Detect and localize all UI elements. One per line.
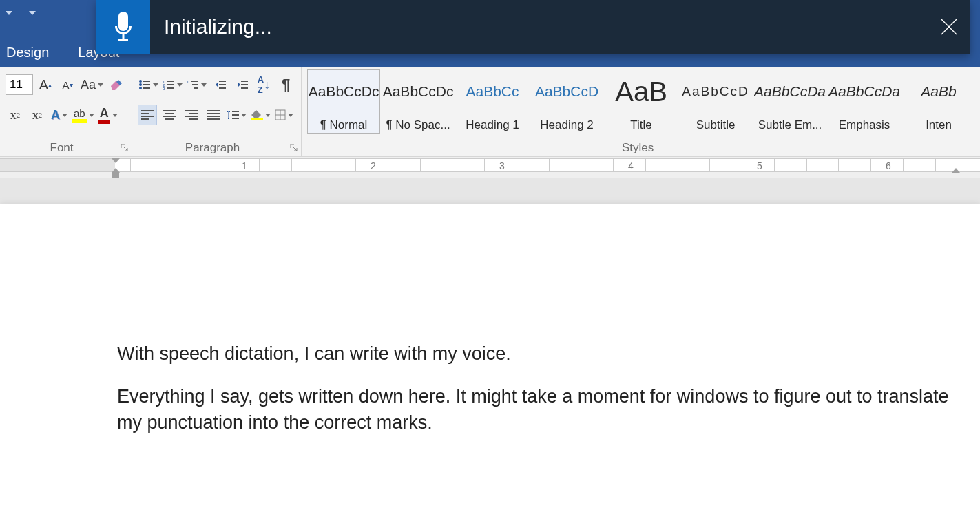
quick-access-toolbar bbox=[0, 11, 36, 15]
style-preview: AaBbCcD bbox=[682, 74, 749, 109]
style-preview: AaBbCc bbox=[466, 74, 519, 109]
svg-rect-31 bbox=[165, 118, 174, 120]
shrink-font-button[interactable]: A▾ bbox=[58, 74, 77, 95]
borders-icon bbox=[275, 109, 286, 120]
svg-rect-43 bbox=[251, 118, 263, 120]
style-name-label: Heading 1 bbox=[459, 118, 525, 132]
style-name-label: Inten bbox=[906, 118, 972, 132]
svg-rect-15 bbox=[191, 81, 198, 82]
bullets-button[interactable] bbox=[138, 74, 159, 95]
qat-dropdown-2[interactable] bbox=[29, 11, 36, 15]
document-canvas: With speech dictation, I can write with … bbox=[0, 178, 980, 525]
ruler-label-6: 6 bbox=[886, 160, 891, 171]
text-effects-button[interactable]: A bbox=[50, 105, 69, 125]
svg-rect-3 bbox=[143, 81, 150, 82]
change-case-label: Aa bbox=[81, 78, 96, 92]
style-item-title[interactable]: AaBTitle bbox=[605, 69, 678, 134]
style-preview: AaBbCcDc bbox=[383, 74, 454, 109]
align-center-button[interactable] bbox=[160, 105, 179, 125]
svg-rect-34 bbox=[185, 116, 198, 117]
sort-button[interactable]: AZ↓ bbox=[254, 74, 273, 95]
align-left-button[interactable] bbox=[138, 105, 157, 125]
style-preview: AaBb bbox=[921, 74, 956, 109]
svg-rect-33 bbox=[189, 113, 198, 114]
qat-dropdown-1[interactable] bbox=[6, 11, 12, 15]
align-right-button[interactable] bbox=[182, 105, 201, 125]
style-item-inten[interactable]: AaBbInten bbox=[902, 69, 975, 134]
style-preview: AaBbCcDa bbox=[754, 74, 826, 109]
styles-gallery[interactable]: AaBbCcDc¶ NormalAaBbCcDc¶ No Spac...AaBb… bbox=[307, 69, 977, 134]
grow-font-button[interactable]: A▴ bbox=[36, 74, 55, 95]
svg-rect-38 bbox=[207, 116, 220, 117]
svg-rect-26 bbox=[141, 116, 154, 117]
change-case-button[interactable]: Aa bbox=[80, 74, 104, 95]
paragraph-2[interactable]: Everything I say, gets written down here… bbox=[117, 384, 950, 436]
svg-rect-24 bbox=[141, 110, 154, 111]
ribbon: 11 A▴ A▾ Aa x2 x2 A ab A Font 123 1 bbox=[0, 67, 980, 157]
highlight-button[interactable]: ab bbox=[72, 105, 95, 125]
svg-point-6 bbox=[139, 87, 142, 89]
right-indent-marker[interactable] bbox=[952, 168, 960, 173]
numbering-button[interactable]: 123 bbox=[162, 74, 183, 95]
style-item-subtle-em-[interactable]: AaBbCcDaSubtle Em... bbox=[753, 69, 826, 134]
paragraph-dialog-launcher[interactable] bbox=[290, 144, 298, 152]
justify-button[interactable] bbox=[204, 105, 223, 125]
style-name-label: ¶ No Spac... bbox=[385, 118, 451, 132]
style-item--no-spac-[interactable]: AaBbCcDc¶ No Spac... bbox=[382, 69, 455, 134]
style-item-subtitle[interactable]: AaBbCcDSubtitle bbox=[679, 69, 752, 134]
svg-rect-39 bbox=[207, 118, 220, 120]
multilevel-list-button[interactable]: 1 bbox=[186, 74, 207, 95]
font-size-input[interactable]: 11 bbox=[6, 74, 33, 95]
svg-rect-20 bbox=[219, 87, 226, 89]
svg-rect-13 bbox=[167, 87, 174, 89]
ruler-label-5: 5 bbox=[757, 160, 762, 171]
svg-rect-27 bbox=[141, 118, 149, 120]
style-preview: AaBbCcDc bbox=[309, 74, 379, 109]
borders-button[interactable] bbox=[274, 105, 294, 125]
outdent-icon bbox=[213, 79, 227, 90]
svg-rect-11 bbox=[167, 84, 174, 85]
dictation-mic-button[interactable] bbox=[96, 0, 150, 54]
superscript-button[interactable]: x2 bbox=[28, 105, 47, 125]
svg-rect-25 bbox=[141, 113, 149, 114]
eraser-icon bbox=[109, 78, 124, 92]
bullets-icon bbox=[138, 79, 151, 90]
line-spacing-button[interactable] bbox=[226, 105, 247, 125]
left-indent-marker[interactable] bbox=[112, 173, 119, 178]
align-center-icon bbox=[163, 110, 176, 120]
decrease-indent-button[interactable] bbox=[210, 74, 229, 95]
style-name-label: Subtitle bbox=[682, 118, 749, 132]
style-item-heading-2[interactable]: AaBbCcDHeading 2 bbox=[530, 69, 603, 134]
paragraph-1[interactable]: With speech dictation, I can write with … bbox=[117, 341, 950, 367]
dictation-bar: Initializing... bbox=[96, 0, 970, 54]
dictation-close-button[interactable] bbox=[928, 0, 970, 54]
font-dialog-launcher[interactable] bbox=[121, 144, 129, 152]
first-line-indent-marker[interactable] bbox=[112, 158, 120, 163]
ruler-left-margin bbox=[0, 159, 115, 171]
microphone-icon bbox=[112, 12, 134, 42]
shading-button[interactable] bbox=[250, 105, 271, 125]
style-item-emphasis[interactable]: AaBbCcDaEmphasis bbox=[828, 69, 901, 134]
svg-rect-32 bbox=[185, 110, 198, 111]
font-color-button[interactable]: A bbox=[98, 105, 118, 125]
font-group-label: Font bbox=[0, 141, 123, 155]
justify-icon bbox=[207, 110, 220, 120]
increase-indent-button[interactable] bbox=[232, 74, 251, 95]
subscript-button[interactable]: x2 bbox=[6, 105, 25, 125]
style-item-heading-1[interactable]: AaBbCcHeading 1 bbox=[456, 69, 529, 134]
style-name-label: ¶ Normal bbox=[311, 118, 377, 132]
hanging-indent-marker[interactable] bbox=[112, 168, 120, 173]
horizontal-ruler[interactable]: 123456 bbox=[0, 158, 980, 172]
svg-rect-42 bbox=[232, 118, 239, 119]
svg-rect-19 bbox=[219, 84, 226, 85]
align-right-icon bbox=[185, 110, 198, 120]
font-size-value: 11 bbox=[10, 78, 23, 92]
svg-rect-30 bbox=[163, 116, 176, 117]
page-1[interactable]: With speech dictation, I can write with … bbox=[0, 204, 980, 525]
ribbon-group-paragraph: 123 1 AZ↓ ¶ Paragraph bbox=[132, 67, 302, 156]
clear-formatting-button[interactable] bbox=[107, 74, 126, 95]
svg-rect-16 bbox=[192, 84, 198, 85]
tab-design[interactable]: Design bbox=[3, 39, 52, 66]
show-pilcrow-button[interactable]: ¶ bbox=[276, 74, 295, 95]
style-item--normal[interactable]: AaBbCcDc¶ Normal bbox=[307, 69, 380, 134]
